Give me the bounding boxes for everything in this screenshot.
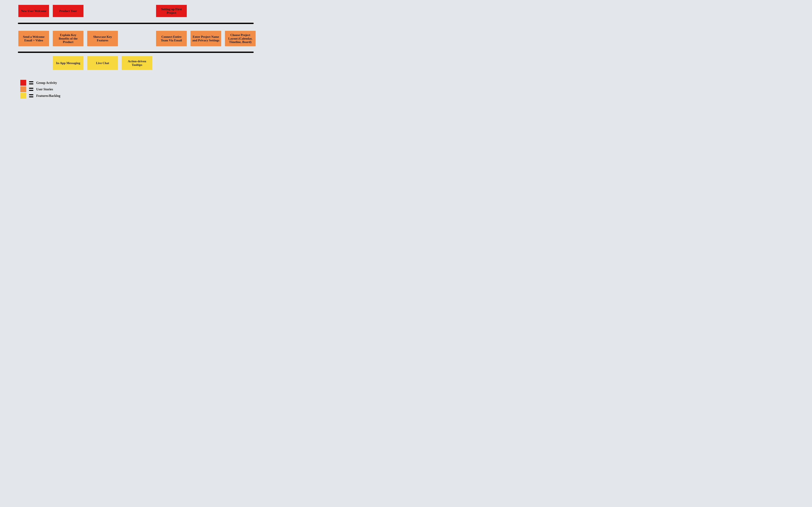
user-story-card: Explain Key Benefits of the Product <box>53 31 84 46</box>
legend-swatch-red <box>20 80 26 86</box>
group-activity-card: New User Welcome <box>18 5 49 17</box>
user-story-card: Choose Project Layout (Calendar, Timelin… <box>225 31 256 46</box>
legend-label: User Stories <box>36 88 53 91</box>
group-activity-card: Product Tour <box>53 5 84 17</box>
legend-row-features: Features/Backlog <box>20 93 60 99</box>
user-story-card: Send a Welcome Email + Video <box>18 31 49 46</box>
group-activity-card: Setting up First Project <box>156 5 187 17</box>
user-story-card: Connect Entire Team Via Email <box>156 31 187 46</box>
legend-row-group: Group Activity <box>20 79 60 86</box>
legend-label: Group Activity <box>36 81 57 85</box>
divider-rule <box>18 52 254 53</box>
story-map-canvas: New User Welcome Product Tour Setting up… <box>0 0 260 101</box>
legend-label: Features/Backlog <box>36 94 60 98</box>
legend-swatch-orange <box>20 86 26 92</box>
divider-rule <box>18 23 254 24</box>
user-story-card: Enter Project Name and Privacy Settings <box>191 31 221 46</box>
feature-card: Live Chat <box>87 56 118 70</box>
user-story-card: Showcase Key Features <box>87 31 118 46</box>
equals-icon <box>29 88 33 91</box>
equals-icon <box>29 81 33 84</box>
legend-row-stories: User Stories <box>20 86 60 93</box>
equals-icon <box>29 94 33 97</box>
legend: Group Activity User Stories Features/Bac… <box>20 79 60 99</box>
feature-card: Action-driven Tooltips <box>122 56 152 70</box>
feature-card: In-App Messaging <box>53 56 84 70</box>
legend-swatch-yellow <box>20 93 26 99</box>
